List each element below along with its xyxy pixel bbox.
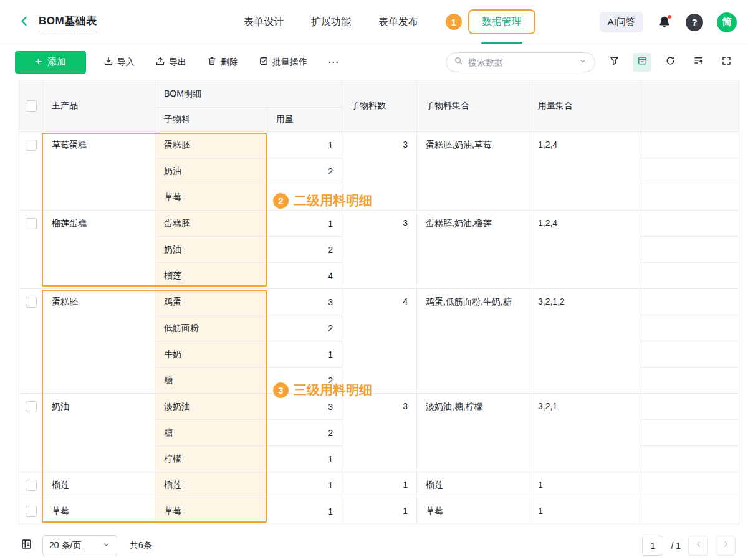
cell-product[interactable]: 草莓 [43,498,155,524]
cell-qty[interactable]: 2 [267,315,342,341]
select-all-checkbox[interactable] [26,100,37,112]
cell-materials-set[interactable]: 榴莲 [417,472,529,498]
cell-qty-set[interactable]: 1 [529,498,641,524]
row-display-button[interactable] [19,538,34,553]
page-title[interactable]: BOM基础表 [39,14,97,32]
cell-materials-set[interactable]: 鸡蛋,低筋面粉,牛奶,糖 [417,289,529,394]
page-size-select[interactable]: 20 条/页 [42,535,117,556]
cell-qty-set[interactable]: 1 [529,472,641,498]
cell-qty-set[interactable]: 3,2,1,2 [529,289,641,394]
cell-material[interactable]: 淡奶油 [155,394,267,420]
table-row[interactable]: 草莓蛋糕 蛋糕胚 1 3 蛋糕胚,奶油,草莓 1,2,4 [19,132,739,158]
cell-material[interactable]: 榴莲 [155,472,267,498]
row-checkbox[interactable] [26,218,37,229]
cell-product[interactable]: 蛋糕胚 [43,289,155,394]
cell-materials-set[interactable]: 淡奶油,糖,柠檬 [417,394,529,472]
search-input[interactable] [468,57,573,67]
row-checkbox[interactable] [26,480,37,491]
table-row[interactable]: 蛋糕胚 鸡蛋 3 4 鸡蛋,低筋面粉,牛奶,糖 3,2,1,2 [19,289,739,315]
cell-material[interactable]: 奶油 [155,237,267,263]
fullscreen-button[interactable] [717,53,736,72]
filter-button[interactable] [605,53,623,72]
ai-qa-button[interactable]: AI问答 [600,12,643,32]
chevron-down-icon[interactable] [578,57,587,68]
cell-qty[interactable]: 2 [267,158,342,184]
cell-material[interactable]: 糖 [155,420,267,446]
batch-operations-button[interactable]: 批量操作 [259,56,307,68]
cell-product[interactable]: 榴莲 [43,472,155,498]
cell-count[interactable]: 3 [342,211,417,289]
export-button[interactable]: 导出 [155,56,186,68]
cell-count[interactable]: 1 [342,472,417,498]
cell-qty[interactable]: 1 [267,341,342,368]
more-actions-button[interactable]: ⋯ [328,55,339,69]
col-header-bom-detail[interactable]: BOM明细 [155,80,342,108]
help-button[interactable]: ? [686,14,703,31]
col-header-qty-set[interactable]: 用量集合 [529,80,641,132]
cell-qty[interactable]: 2 [267,237,342,263]
refresh-button[interactable] [661,53,679,72]
tab-extensions[interactable]: 扩展功能 [311,0,351,44]
cell-qty[interactable]: 3 [267,394,342,420]
table-row[interactable]: 奶油 淡奶油 3 3 淡奶油,糖,柠檬 3,2,1 [19,394,739,420]
cell-materials-set[interactable]: 蛋糕胚,奶油,榴莲 [417,211,529,289]
notification-button[interactable] [657,15,672,30]
col-header-sub-count[interactable]: 子物料数 [342,80,417,132]
cell-material[interactable]: 蛋糕胚 [155,211,267,237]
cell-qty-set[interactable]: 3,2,1 [529,394,641,472]
row-checkbox[interactable] [26,140,37,151]
search-box[interactable] [446,52,595,72]
cell-qty[interactable]: 2 [267,368,342,394]
col-header-main-product[interactable]: 主产品 [43,80,155,132]
table-row[interactable]: 榴莲蛋糕 蛋糕胚 1 3 蛋糕胚,奶油,榴莲 1,2,4 [19,211,739,237]
cell-qty[interactable]: 1 [267,211,342,237]
cell-qty[interactable]: 1 [267,498,342,524]
row-checkbox[interactable] [26,297,37,308]
back-button[interactable] [15,13,34,32]
cell-material[interactable]: 奶油 [155,158,267,184]
col-header-sub-set[interactable]: 子物料集合 [417,80,529,132]
cell-material[interactable]: 糖 [155,368,267,394]
cell-materials-set[interactable]: 蛋糕胚,奶油,草莓 [417,132,529,211]
cell-qty-set[interactable]: 1,2,4 [529,132,641,211]
sort-settings-button[interactable] [689,53,707,72]
cell-count[interactable]: 1 [342,498,417,524]
col-header-sub-material[interactable]: 子物料 [155,108,267,132]
cell-count[interactable]: 4 [342,289,417,394]
import-button[interactable]: 导入 [103,56,135,68]
app-logo[interactable]: 简 [717,12,737,32]
cell-material[interactable]: 低筋面粉 [155,315,267,341]
row-checkbox[interactable] [26,506,37,517]
row-checkbox[interactable] [26,401,37,412]
cell-material[interactable]: 草莓 [155,184,267,211]
cell-materials-set[interactable]: 草莓 [417,498,529,524]
page-number-input[interactable]: 1 [642,536,663,556]
cell-product[interactable]: 奶油 [43,394,155,472]
add-button[interactable]: + 添加 [15,51,86,74]
table-row[interactable]: 榴莲 榴莲 1 1 榴莲 1 [19,472,739,498]
cell-qty-set[interactable]: 1,2,4 [529,211,641,289]
cell-count[interactable]: 3 [342,394,417,472]
cell-product[interactable]: 草莓蛋糕 [43,132,155,211]
cell-material[interactable]: 柠檬 [155,446,267,472]
cell-qty[interactable]: 4 [267,263,342,289]
tab-form-publish[interactable]: 表单发布 [378,0,418,44]
cell-qty[interactable]: 3 [267,289,342,315]
cell-material[interactable]: 榴莲 [155,263,267,289]
tab-data-management[interactable]: 1 数据管理 [482,0,522,44]
cell-material[interactable]: 草莓 [155,498,267,524]
cell-qty[interactable]: 4 [267,184,342,211]
tab-form-design[interactable]: 表单设计 [244,0,284,44]
cell-material[interactable]: 牛奶 [155,341,267,368]
cell-qty[interactable]: 1 [267,446,342,472]
next-page-button[interactable] [716,536,736,556]
table-row[interactable]: 草莓 草莓 1 1 草莓 1 [19,498,739,524]
cell-count[interactable]: 3 [342,132,417,211]
data-view-button[interactable] [633,53,651,72]
cell-product[interactable]: 榴莲蛋糕 [43,211,155,289]
cell-qty[interactable]: 1 [267,132,342,158]
cell-qty[interactable]: 1 [267,472,342,498]
cell-qty[interactable]: 2 [267,420,342,446]
delete-button[interactable]: 删除 [207,56,238,68]
prev-page-button[interactable] [688,536,708,556]
